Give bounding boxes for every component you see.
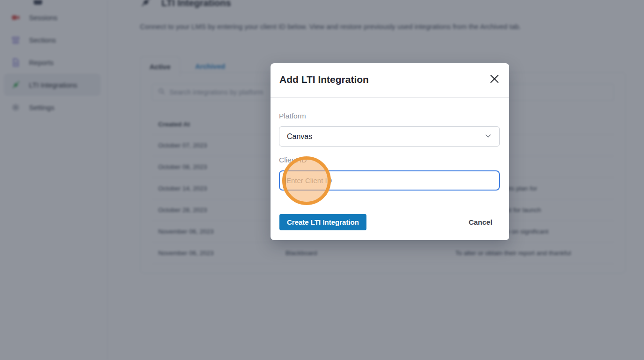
- dialog-title: Add LTI Integration: [279, 74, 369, 85]
- add-lti-integration-dialog: Add LTI Integration Platform Canvas Clie…: [271, 63, 509, 240]
- create-lti-integration-button[interactable]: Create LTI Integration: [279, 214, 366, 230]
- chevron-down-icon: [484, 132, 492, 141]
- platform-select[interactable]: Canvas: [279, 126, 500, 147]
- platform-selected-value: Canvas: [287, 132, 312, 141]
- dialog-footer: Create LTI Integration Cancel: [271, 214, 509, 230]
- dialog-header: Add LTI Integration: [271, 63, 509, 98]
- client-id-field-wrap: [279, 170, 500, 191]
- text-cursor: [285, 176, 286, 185]
- close-icon: [489, 73, 500, 86]
- client-id-label: Client ID: [279, 156, 307, 164]
- client-id-input[interactable]: [279, 170, 500, 191]
- platform-label: Platform: [279, 112, 306, 120]
- cancel-button[interactable]: Cancel: [468, 218, 492, 227]
- close-button[interactable]: [489, 74, 500, 85]
